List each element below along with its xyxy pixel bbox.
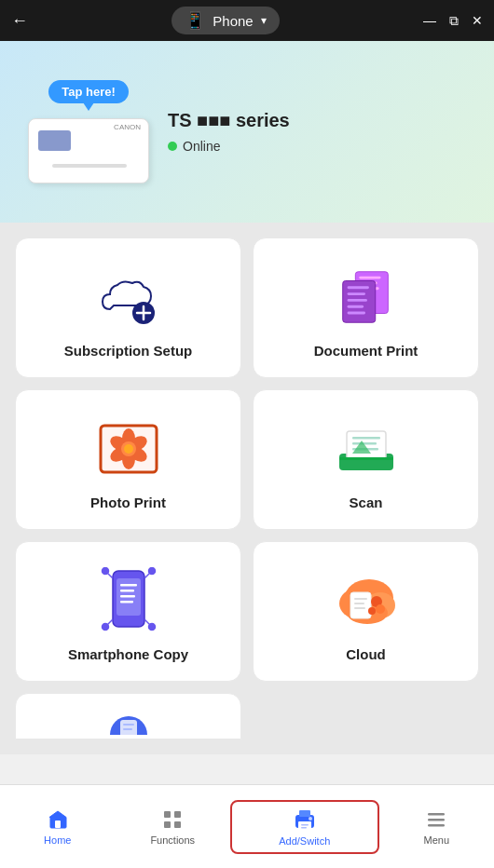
svg-rect-10	[347, 299, 366, 302]
feature-grid: Subscription Setup	[15, 237, 479, 682]
scan-icon	[334, 416, 399, 481]
home-icon	[47, 808, 69, 831]
svg-rect-58	[55, 821, 61, 828]
photo-label: Photo Print	[90, 495, 166, 510]
card-smartphone-copy[interactable]: Smartphone Copy	[15, 541, 241, 682]
menu-label: Menu	[423, 834, 449, 846]
nav-functions[interactable]: Functions	[116, 801, 231, 853]
svg-rect-11	[347, 305, 364, 308]
chevron-down-icon: ▾	[261, 14, 267, 27]
svg-rect-66	[301, 824, 309, 826]
cloud-icon	[334, 568, 399, 633]
online-indicator	[168, 142, 177, 151]
svg-rect-48	[354, 598, 367, 600]
svg-rect-4	[359, 277, 380, 279]
printer-brand: CANON	[114, 123, 141, 131]
svg-rect-49	[354, 603, 364, 604]
svg-point-21	[124, 444, 133, 454]
svg-rect-25	[352, 442, 377, 445]
back-button[interactable]: ←	[11, 11, 28, 31]
card-partial-left[interactable]	[15, 693, 241, 739]
svg-rect-28	[339, 457, 393, 460]
smartphone-label: Smartphone Copy	[68, 646, 188, 662]
restore-button[interactable]: ⧉	[449, 13, 459, 29]
svg-rect-33	[120, 595, 135, 598]
nav-home[interactable]: Home	[0, 801, 116, 853]
document-label: Document Print	[314, 343, 419, 359]
functions-icon	[161, 808, 184, 831]
nav-add-switch[interactable]: Add/Switch	[230, 800, 379, 854]
subscription-icon	[96, 264, 161, 330]
card-subscription-setup[interactable]: Subscription Setup	[15, 237, 241, 378]
main-content: Subscription Setup	[0, 223, 494, 754]
card-scan[interactable]: Scan	[253, 389, 479, 530]
svg-rect-8	[347, 286, 368, 289]
svg-rect-50	[354, 607, 365, 609]
bottom-nav: Home Functions Add/Switch Menu	[0, 784, 494, 868]
svg-rect-32	[120, 590, 134, 592]
svg-rect-59	[164, 811, 171, 818]
title-bar: ← 📱 Phone ▾ — ⧉ ✕	[0, 0, 494, 41]
document-icon	[334, 264, 399, 330]
status-text: Online	[183, 139, 220, 154]
printer-icon	[293, 807, 317, 832]
phone-icon: 📱	[185, 10, 205, 31]
svg-rect-47	[350, 592, 371, 618]
card-photo-print[interactable]: Photo Print	[15, 389, 241, 530]
add-switch-label: Add/Switch	[279, 835, 330, 847]
svg-rect-9	[347, 292, 364, 295]
svg-rect-60	[174, 811, 181, 818]
window-controls: — ⧉ ✕	[423, 13, 483, 29]
hero-section: Tap here! CANON TS ■■■ series Online	[0, 41, 494, 223]
svg-point-52	[376, 604, 385, 614]
device-label: Phone	[213, 13, 253, 29]
printer-series: TS ■■■ series	[168, 110, 290, 131]
home-label: Home	[44, 834, 71, 846]
printer-display[interactable]: Tap here! CANON	[28, 80, 149, 183]
svg-point-53	[368, 607, 376, 615]
svg-rect-56	[123, 724, 134, 726]
device-selector[interactable]: 📱 Phone ▾	[172, 7, 279, 34]
svg-rect-23	[347, 431, 386, 459]
nav-menu[interactable]: Menu	[379, 801, 495, 853]
svg-rect-55	[120, 720, 137, 735]
subscription-label: Subscription Setup	[64, 343, 193, 359]
svg-rect-34	[120, 601, 133, 604]
printer-info: TS ■■■ series Online	[168, 110, 290, 154]
close-button[interactable]: ✕	[472, 13, 483, 28]
svg-rect-69	[428, 813, 445, 816]
svg-rect-62	[174, 821, 181, 828]
svg-rect-31	[120, 584, 137, 587]
svg-rect-71	[428, 824, 445, 827]
smartphone-icon	[96, 568, 161, 633]
menu-icon	[425, 808, 447, 831]
svg-rect-12	[347, 312, 364, 315]
printer-image: CANON	[28, 118, 149, 183]
functions-label: Functions	[150, 834, 195, 846]
scan-label: Scan	[350, 495, 383, 510]
card-cloud[interactable]: Cloud	[253, 541, 479, 682]
svg-rect-61	[164, 821, 171, 828]
card-partial-right	[253, 693, 479, 739]
cloud-label: Cloud	[346, 646, 386, 662]
svg-rect-70	[428, 819, 445, 821]
svg-rect-64	[299, 810, 310, 817]
printer-slot	[52, 164, 127, 168]
svg-rect-24	[352, 437, 380, 440]
svg-rect-57	[123, 728, 132, 730]
printer-screen	[38, 130, 71, 151]
svg-point-68	[309, 817, 312, 821]
tap-bubble[interactable]: Tap here!	[48, 80, 129, 103]
svg-rect-67	[301, 827, 307, 829]
card-document-print[interactable]: Document Print	[253, 237, 479, 378]
back-icon: ←	[11, 11, 28, 31]
status-row: Online	[168, 139, 290, 154]
minimize-button[interactable]: —	[423, 13, 436, 28]
photo-icon	[96, 416, 161, 481]
